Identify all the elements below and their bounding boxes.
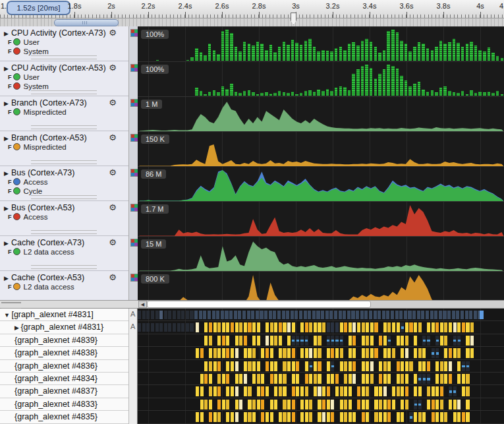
gear-icon[interactable]: ⚙: [109, 237, 117, 247]
chart-row-bus-a73[interactable]: 86 M: [138, 166, 504, 201]
selected-time-bubble[interactable]: 1.52s [20ms]: [7, 1, 70, 15]
filter-flag[interactable]: F: [8, 39, 12, 45]
legend-color-dot[interactable]: [13, 47, 20, 55]
heat-cell: [401, 412, 404, 422]
heatmap-row[interactable]: [138, 309, 504, 321]
tree-arrow-icon[interactable]: ▼: [4, 312, 11, 318]
timeline-zoom-handle[interactable]: [54, 19, 119, 26]
row-resize-grip[interactable]: [31, 90, 97, 94]
filter-flag[interactable]: F: [8, 74, 12, 80]
filter-flag[interactable]: F: [8, 109, 12, 115]
filter-flag[interactable]: F: [8, 214, 12, 220]
expand-arrow-icon[interactable]: ▶: [4, 65, 9, 72]
heatmap-row[interactable]: [138, 411, 504, 423]
legend-color-dot[interactable]: [13, 82, 20, 90]
expand-arrow-icon[interactable]: ▶: [4, 205, 9, 212]
legend-color-dot[interactable]: [13, 248, 20, 255]
heat-cell: [292, 374, 295, 384]
chart-header-branch-a53[interactable]: ▶Branch (Cortex-A53)⚙FMispredicted: [0, 131, 128, 166]
process-row[interactable]: {graph_alexnet #4835}: [0, 411, 128, 423]
chart-header-cpu-a53[interactable]: ▶CPU Activity (Cortex-A53)⚙FUserFSystem: [0, 61, 128, 96]
chart-row-branch-a53[interactable]: 150 K: [138, 131, 504, 166]
scrollbar-track[interactable]: [147, 301, 504, 308]
process-row[interactable]: ▶ {graph_alexnet #4831}: [0, 321, 128, 334]
chart-header-cache-a53[interactable]: ▶Cache (Cortex-A53)⚙FL2 data access: [0, 271, 128, 300]
process-row[interactable]: {graph_alexnet #4834}: [0, 373, 128, 385]
chart-row-bus-a53[interactable]: 1.7 M: [138, 201, 504, 236]
heatmap-row[interactable]: [138, 373, 504, 385]
process-row[interactable]: ▼ [graph_alexnet #4831]: [0, 309, 128, 321]
chart-row-branch-a73[interactable]: 1 M: [138, 96, 504, 131]
expand-arrow-icon[interactable]: ▶: [4, 30, 9, 37]
gear-icon[interactable]: ⚙: [109, 63, 117, 73]
filter-flag[interactable]: F: [8, 179, 12, 185]
gear-icon[interactable]: ⚙: [109, 202, 117, 212]
expand-arrow-icon[interactable]: ▶: [4, 135, 9, 142]
filter-flag[interactable]: F: [8, 249, 12, 255]
legend-color-dot[interactable]: [13, 143, 20, 150]
scroll-left-button[interactable]: ◀: [138, 301, 147, 308]
activity-bar: [426, 48, 430, 61]
activity-bar: [431, 50, 434, 61]
timeline-ruler[interactable]: 1. 1.52s [20ms] 4. 1.8s2s2.2s2.4s2.6s2.8…: [0, 0, 504, 18]
process-row[interactable]: {graph_alexnet #4839}: [0, 334, 128, 347]
filter-flag[interactable]: F: [8, 188, 12, 195]
row-resize-grip[interactable]: [31, 265, 97, 269]
chart-row-cpu-a53[interactable]: 100%: [138, 61, 504, 96]
chart-max-value-badge: 1 M: [141, 100, 162, 109]
chart-header-bus-a53[interactable]: ▶Bus (Cortex-A53)⚙FAccess: [0, 201, 128, 236]
row-resize-grip[interactable]: [31, 160, 97, 164]
legend-color-dot[interactable]: [13, 213, 20, 220]
row-resize-grip[interactable]: [31, 55, 97, 59]
gridline: [480, 62, 481, 96]
expand-arrow-icon[interactable]: ▶: [4, 100, 9, 107]
heatmap-row[interactable]: [138, 321, 504, 334]
process-row[interactable]: {graph_alexnet #4838}: [0, 347, 128, 359]
timeline-cursor-pin[interactable]: [291, 13, 296, 25]
process-row[interactable]: {graph_alexnet #4837}: [0, 385, 128, 398]
gear-icon[interactable]: ⚙: [109, 98, 117, 107]
filter-flag[interactable]: F: [8, 144, 12, 150]
process-row[interactable]: {graph_alexnet #4836}: [0, 360, 128, 373]
legend-color-dot[interactable]: [13, 108, 20, 115]
gear-icon[interactable]: ⚙: [109, 167, 117, 177]
chart-row-cpu-a73[interactable]: 100%: [138, 26, 504, 61]
expand-arrow-icon[interactable]: ▶: [4, 240, 9, 247]
chart-header-cpu-a73[interactable]: ▶CPU Activity (Cortex-A73)⚙FUserFSystem: [0, 26, 128, 61]
gear-icon[interactable]: ⚙: [109, 133, 117, 142]
expand-arrow-icon[interactable]: ▶: [4, 170, 9, 177]
filter-flag[interactable]: F: [8, 48, 12, 55]
row-resize-grip[interactable]: [31, 125, 97, 129]
legend-color-dot[interactable]: [13, 38, 20, 45]
chart-header-branch-a73[interactable]: ▶Branch (Cortex-A73)⚙FMispredicted: [0, 96, 128, 131]
heatmap-row[interactable]: [138, 347, 504, 359]
process-row[interactable]: {graph_alexnet #4833}: [0, 398, 128, 411]
heat-cell: [405, 400, 408, 409]
row-resize-grip[interactable]: [31, 195, 97, 199]
filter-flag[interactable]: F: [8, 284, 12, 290]
chart-header-bus-a73[interactable]: ▶Bus (Cortex-A73)⚙FAccessFCycle: [0, 166, 128, 201]
tree-arrow-icon[interactable]: ▶: [14, 324, 20, 331]
scrollbar-thumb[interactable]: [147, 301, 371, 308]
chart-header-cache-a73[interactable]: ▶Cache (Cortex-A73)⚙FL2 data access: [0, 236, 128, 271]
expand-arrow-icon[interactable]: ▶: [4, 275, 9, 282]
chart-row-cache-a53[interactable]: 800 K: [138, 271, 504, 300]
chart-row-cache-a73[interactable]: 15 M: [138, 236, 504, 271]
gear-icon[interactable]: ⚙: [109, 28, 117, 38]
heat-cell: [335, 348, 339, 358]
legend-color-dot[interactable]: [13, 73, 20, 80]
heatmap-row[interactable]: [138, 334, 504, 347]
process-heatmap[interactable]: [138, 309, 504, 424]
chart-canvas-area[interactable]: 100%100%1 M150 K86 M1.7 M15 M800 K: [138, 26, 504, 300]
heat-cell: [200, 400, 204, 409]
row-resize-grip[interactable]: [31, 230, 97, 234]
heatmap-row[interactable]: [138, 385, 504, 398]
heatmap-row[interactable]: [138, 360, 504, 373]
legend-color-dot[interactable]: [13, 283, 20, 290]
activity-bar: [496, 56, 499, 61]
legend-color-dot[interactable]: [13, 187, 20, 195]
gear-icon[interactable]: ⚙: [109, 272, 117, 282]
filter-flag[interactable]: F: [8, 83, 12, 90]
heatmap-row[interactable]: [138, 398, 504, 411]
legend-color-dot[interactable]: [13, 178, 20, 185]
